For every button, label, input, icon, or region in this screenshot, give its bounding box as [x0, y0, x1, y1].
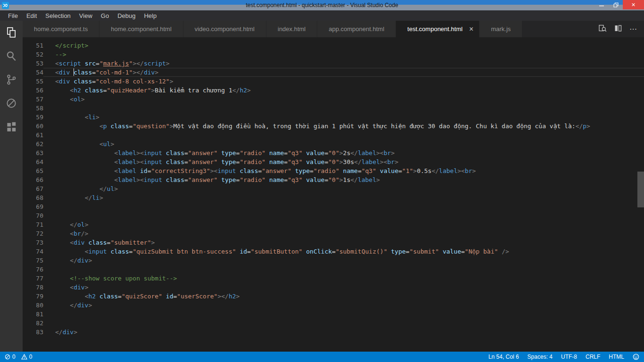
- editor-pane: 51</script>52-->53<script src="mark.js">…: [23, 37, 644, 352]
- code-line[interactable]: 72 <br/>: [23, 229, 644, 238]
- menu-item-go[interactable]: Go: [97, 12, 113, 19]
- line-number: 61: [23, 131, 43, 140]
- warning-count[interactable]: 0: [21, 354, 33, 360]
- line-number: 57: [23, 95, 43, 104]
- feedback-smiley-icon[interactable]: [633, 354, 639, 360]
- tab-close-icon[interactable]: ×: [469, 25, 473, 33]
- code-line[interactable]: 69: [23, 202, 644, 211]
- line-content: <h2 class="quizHeader">Bài kiểm tra chươ…: [43, 86, 644, 95]
- line-content: <div class="col-md-8 col-xs-12">: [43, 77, 644, 86]
- line-content: </div>: [43, 301, 644, 310]
- code-line[interactable]: 68 </li>: [23, 193, 644, 202]
- code-line[interactable]: 73 <div class="submitter">: [23, 238, 644, 247]
- line-content: [43, 319, 644, 328]
- open-preview-icon[interactable]: [599, 25, 607, 34]
- indentation-setting[interactable]: Spaces: 4: [528, 354, 553, 360]
- code-line[interactable]: 59 <li>: [23, 113, 644, 122]
- menu-item-file[interactable]: File: [4, 12, 22, 19]
- code-line[interactable]: 66 <label><input class="answer" type="ra…: [23, 175, 644, 184]
- code-line[interactable]: 58: [23, 104, 644, 113]
- cursor-position[interactable]: Ln 54, Col 6: [488, 354, 519, 360]
- menu-item-help[interactable]: Help: [140, 12, 161, 19]
- debug-icon: [5, 97, 17, 109]
- code-line[interactable]: 51</script>: [23, 41, 644, 50]
- code-line[interactable]: 75 </div>: [23, 256, 644, 265]
- line-number: 82: [23, 319, 43, 328]
- maximize-button[interactable]: [609, 0, 623, 9]
- activity-debug-button[interactable]: [0, 91, 23, 115]
- language-mode[interactable]: HTML: [609, 354, 624, 360]
- tab-mark.js[interactable]: mark.js: [479, 21, 522, 37]
- line-content: [43, 131, 644, 140]
- line-number: 63: [23, 148, 43, 157]
- more-actions-icon[interactable]: ⋯: [629, 25, 637, 33]
- line-content: [43, 202, 644, 211]
- line-number: 55: [23, 77, 43, 86]
- line-content: </li>: [43, 193, 644, 202]
- encoding-setting[interactable]: UTF-8: [561, 354, 577, 360]
- code-line[interactable]: 81: [23, 310, 644, 319]
- code-line[interactable]: 70: [23, 211, 644, 220]
- code-line[interactable]: 78 <div>: [23, 283, 644, 292]
- code-line[interactable]: 53<script src="mark.js"></script>: [23, 59, 644, 68]
- code-line[interactable]: 79 <h2 class="quizScore" id="userScore">…: [23, 292, 644, 301]
- activity-explorer-button[interactable]: [0, 21, 23, 44]
- line-number: 83: [23, 328, 43, 337]
- vscode-window: test.component.html - quickstart-master …: [0, 0, 644, 362]
- line-number: 79: [23, 292, 43, 301]
- close-button[interactable]: ×: [623, 0, 644, 9]
- code-line[interactable]: 71 </ol>: [23, 220, 644, 229]
- tab-app.component.html[interactable]: app.component.html: [317, 21, 396, 37]
- activity-search-button[interactable]: [0, 44, 23, 68]
- code-line[interactable]: 63 <label><input class="answer" type="ra…: [23, 148, 644, 157]
- code-line[interactable]: 65 <label id="correctString3"><input cla…: [23, 166, 644, 175]
- code-line[interactable]: 55<div class="col-md-8 col-xs-12">: [23, 77, 644, 86]
- eol-setting[interactable]: CRLF: [586, 354, 600, 360]
- code-line[interactable]: 61: [23, 131, 644, 140]
- code-line[interactable]: 60 <p class="question">Một vật dao động …: [23, 122, 644, 131]
- tab-home.component.html[interactable]: home.component.html: [99, 21, 183, 37]
- code-line[interactable]: 56 <h2 class="quizHeader">Bài kiểm tra c…: [23, 86, 644, 95]
- code-line[interactable]: 82: [23, 319, 644, 328]
- code-line[interactable]: 52-->: [23, 50, 644, 59]
- error-count-value: 0: [12, 354, 16, 360]
- code-line[interactable]: 67 </ul>: [23, 184, 644, 193]
- tab-index.html[interactable]: index.html: [266, 21, 317, 37]
- code-line[interactable]: 76: [23, 265, 644, 274]
- line-content: </div>: [43, 256, 644, 265]
- tab-test.component.html[interactable]: test.component.html×: [396, 21, 479, 37]
- menu-item-view[interactable]: View: [75, 12, 97, 19]
- extensions-icon: [5, 121, 17, 133]
- line-content: </ol>: [43, 220, 644, 229]
- code-line[interactable]: 77 <!--show score upon submit-->: [23, 274, 644, 283]
- search-icon: [5, 50, 17, 62]
- error-count[interactable]: 0: [5, 354, 16, 360]
- code-line[interactable]: 54<div class="col-md-1"></div>: [23, 68, 644, 77]
- minimize-button[interactable]: [594, 0, 609, 9]
- tab-label: index.html: [278, 25, 305, 33]
- line-content: [43, 211, 644, 220]
- code-line[interactable]: 57 <ol>: [23, 95, 644, 104]
- menu-item-debug[interactable]: Debug: [113, 12, 140, 19]
- activity-extensions-button[interactable]: [0, 115, 23, 139]
- code-line[interactable]: 64 <label><input class="answer" type="ra…: [23, 157, 644, 166]
- menu-item-selection[interactable]: Selection: [41, 12, 74, 19]
- code-line[interactable]: 83</div>: [23, 328, 644, 337]
- menu-item-edit[interactable]: Edit: [22, 12, 41, 19]
- line-content: <li>: [43, 113, 644, 122]
- vertical-scrollbar[interactable]: [637, 172, 644, 207]
- tab-video.component.html[interactable]: video.component.html: [183, 21, 266, 37]
- code-line[interactable]: 80 </div>: [23, 301, 644, 310]
- code-editor: 51</script>52-->53<script src="mark.js">…: [23, 41, 644, 337]
- line-number: 67: [23, 184, 43, 193]
- tab-home.component.ts[interactable]: home.component.ts: [23, 21, 99, 37]
- line-content: [43, 265, 644, 274]
- warning-count-value: 0: [29, 354, 33, 360]
- line-content: <ol>: [43, 95, 644, 104]
- activity-source-control-button[interactable]: [0, 68, 23, 91]
- code-line[interactable]: 62 <ul>: [23, 140, 644, 148]
- line-content: <div class="col-md-1"></div>: [43, 68, 644, 77]
- split-editor-icon[interactable]: [614, 25, 622, 34]
- source-control-icon: [5, 74, 17, 86]
- code-line[interactable]: 74 <input class="quizSubmit btn btn-succ…: [23, 247, 644, 256]
